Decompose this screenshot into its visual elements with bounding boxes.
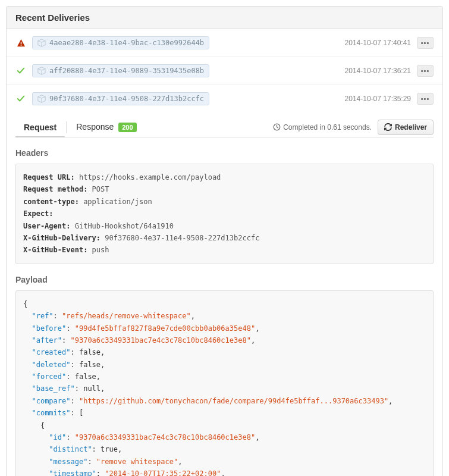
delivery-row: 4aeae280-4e38-11e4-9bac-c130e992644b2014… bbox=[7, 29, 442, 57]
delivery-uuid-badge[interactable]: aff20880-4e37-11e4-9089-35319435e08b bbox=[32, 64, 209, 77]
sync-icon bbox=[384, 123, 392, 131]
tab-response-label: Response bbox=[76, 122, 114, 131]
package-icon bbox=[37, 39, 46, 47]
expand-button[interactable]: ••• bbox=[417, 65, 434, 77]
detail-section: Headers Request URL: https://hooks.examp… bbox=[7, 148, 442, 476]
tab-response[interactable]: Response 200 bbox=[68, 117, 145, 137]
expand-button[interactable]: ••• bbox=[417, 93, 434, 105]
payload-title: Payload bbox=[15, 275, 434, 284]
tab-divider bbox=[66, 121, 67, 133]
delivery-uuid-badge[interactable]: 90f37680-4e37-11e4-9508-227d13b2ccfc bbox=[32, 92, 209, 105]
delivery-row: aff20880-4e37-11e4-9089-35319435e08b2014… bbox=[7, 57, 442, 85]
headers-title: Headers bbox=[15, 148, 434, 158]
delivery-uuid: 4aeae280-4e38-11e4-9bac-c130e992644b bbox=[49, 39, 204, 47]
payload-box: { "ref": "refs/heads/remove-whitespace",… bbox=[15, 290, 434, 476]
headers-box: Request URL: https://hooks.example.com/p… bbox=[15, 164, 434, 264]
completed-text: Completed in 0.61 seconds. bbox=[273, 123, 372, 131]
delivery-timestamp: 2014-10-07 17:35:29 bbox=[345, 95, 411, 103]
tabs-row: Request Response 200 Completed in 0.61 s… bbox=[15, 112, 434, 137]
expand-button[interactable]: ••• bbox=[417, 37, 434, 49]
tab-request[interactable]: Request bbox=[15, 118, 65, 137]
svg-rect-0 bbox=[20, 42, 21, 44]
redeliver-button[interactable]: Redeliver bbox=[378, 120, 434, 135]
check-icon bbox=[15, 65, 26, 76]
redeliver-label: Redeliver bbox=[395, 123, 427, 131]
completed-label: Completed in 0.61 seconds. bbox=[283, 123, 372, 131]
response-status-badge: 200 bbox=[118, 123, 136, 132]
delivery-uuid: 90f37680-4e37-11e4-9508-227d13b2ccfc bbox=[49, 95, 204, 103]
delivery-uuid: aff20880-4e37-11e4-9089-35319435e08b bbox=[49, 67, 204, 75]
recent-deliveries-panel: Recent Deliveries 4aeae280-4e38-11e4-9ba… bbox=[6, 6, 443, 476]
package-icon bbox=[37, 67, 46, 75]
delivery-timestamp: 2014-10-07 17:36:21 bbox=[345, 67, 411, 75]
panel-title: Recent Deliveries bbox=[7, 7, 442, 29]
delivery-row: 90f37680-4e37-11e4-9508-227d13b2ccfc2014… bbox=[7, 85, 442, 112]
clock-icon bbox=[273, 123, 281, 131]
alert-icon bbox=[15, 37, 26, 48]
svg-rect-1 bbox=[20, 45, 21, 46]
check-icon bbox=[15, 93, 26, 104]
package-icon bbox=[37, 95, 46, 103]
delivery-timestamp: 2014-10-07 17:40:41 bbox=[345, 39, 411, 47]
delivery-uuid-badge[interactable]: 4aeae280-4e38-11e4-9bac-c130e992644b bbox=[32, 36, 209, 49]
